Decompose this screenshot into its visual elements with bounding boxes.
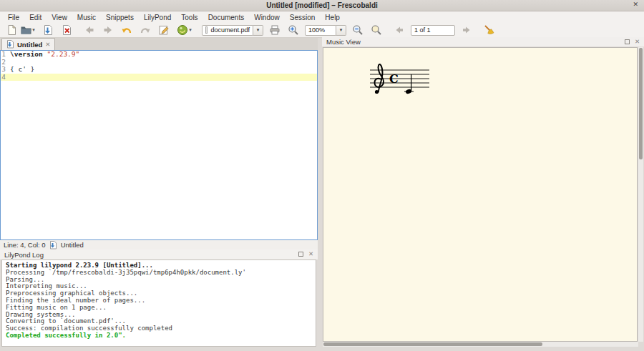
edit-in-place-button[interactable]	[157, 24, 171, 36]
page-number-input[interactable]: 1 of 1	[411, 25, 455, 36]
menu-snippets[interactable]: Snippets	[101, 13, 139, 22]
magnifier-button[interactable]	[369, 24, 384, 36]
editor-tab-bar: Untitled ✕	[0, 38, 318, 50]
window-title: Untitled [modified] – Frescobaldi	[266, 1, 378, 9]
menu-session[interactable]: Session	[285, 13, 321, 22]
status-bar: Line: 4, Col: 0 Untitled	[0, 240, 318, 249]
music-view-page[interactable]: C	[323, 47, 638, 342]
menu-view[interactable]: View	[47, 13, 72, 22]
editor-line: 3 { c' }	[1, 66, 317, 74]
cursor-position: Line: 4, Col: 0	[4, 241, 46, 249]
code-editor[interactable]: 1 \version "2.23.9" 2 3 { c' } 4	[0, 50, 318, 240]
menu-lilypond[interactable]: LilyPond	[139, 13, 176, 22]
time-signature: C	[389, 72, 399, 86]
menu-bar: File Edit View Music Snippets LilyPond T…	[0, 11, 644, 23]
tab-label: Untitled	[17, 41, 42, 49]
music-view-header: Music View ✕	[322, 37, 644, 47]
line-number: 3	[1, 66, 8, 74]
pdf-document-icon	[205, 26, 208, 34]
lilypond-log-title: LilyPond Log	[4, 251, 44, 259]
next-page-button[interactable]	[459, 24, 474, 36]
open-dropdown-icon[interactable]: ▾	[31, 27, 36, 33]
document-selector-combo[interactable]: document.pdf	[202, 25, 253, 36]
window-bottom-edge	[0, 347, 644, 351]
save-document-button[interactable]	[41, 24, 55, 36]
back-arrow-icon	[84, 24, 95, 36]
close-panel-icon[interactable]: ✕	[635, 39, 640, 44]
next-page-arrow-icon	[462, 25, 472, 35]
title-bar: Untitled [modified] – Frescobaldi ✕	[0, 0, 644, 11]
float-panel-icon[interactable]	[625, 39, 630, 44]
save-icon	[43, 24, 54, 36]
close-panel-icon[interactable]: ✕	[308, 251, 313, 257]
redo-button[interactable]	[138, 24, 152, 36]
close-document-button[interactable]	[59, 24, 74, 36]
modified-document-icon	[49, 241, 57, 249]
new-document-icon	[6, 24, 17, 36]
scrollbar-handle[interactable]	[639, 48, 643, 159]
engrave-dropdown-icon[interactable]: ▾	[187, 27, 193, 33]
close-document-icon	[62, 24, 72, 36]
lilypond-log-header: LilyPond Log ✕	[0, 249, 318, 259]
tab-untitled[interactable]: Untitled ✕	[1, 38, 55, 50]
lilypond-log-output: Starting lilypond 2.23.9 [Untitled]... P…	[1, 259, 316, 347]
float-panel-icon[interactable]	[298, 252, 303, 257]
magnifier-icon	[371, 24, 382, 36]
music-view-horizontal-scrollbar[interactable]	[323, 342, 638, 347]
zoom-out-icon	[352, 24, 364, 36]
chevron-down-icon: ▾	[257, 27, 260, 33]
forward-arrow-icon	[102, 24, 114, 36]
zoom-level-value: 100%	[308, 26, 325, 34]
undo-button[interactable]	[119, 24, 134, 36]
zoom-level-dropdown[interactable]: ▾	[336, 25, 346, 36]
menu-window[interactable]: Window	[249, 13, 285, 22]
back-button[interactable]	[82, 24, 97, 36]
lilypond-logo-icon	[177, 24, 188, 36]
menu-file[interactable]: File	[3, 13, 24, 22]
window-close-icon[interactable]: ✕	[633, 1, 638, 8]
scrollbar-handle[interactable]	[323, 342, 542, 346]
previous-page-arrow-icon	[394, 25, 404, 35]
clear-highlighting-button[interactable]	[482, 24, 497, 36]
chevron-down-icon: ▾	[340, 27, 343, 33]
menu-music[interactable]: Music	[72, 13, 101, 22]
redo-icon	[140, 24, 151, 36]
zoom-in-button[interactable]	[286, 24, 301, 36]
modified-document-icon	[6, 40, 14, 49]
status-document-name: Untitled	[61, 241, 84, 249]
menu-edit[interactable]: Edit	[24, 13, 47, 22]
menu-help[interactable]: Help	[320, 13, 345, 22]
undo-icon	[121, 24, 132, 36]
printer-icon	[269, 24, 280, 36]
editor-line: 2	[1, 59, 317, 66]
pane-splitter[interactable]	[318, 38, 322, 347]
treble-clef-icon	[375, 64, 384, 94]
log-line: Processing `/tmp/frescobaldi-3j35pqwi/tm…	[6, 270, 316, 277]
log-success-line: Completed successfully in 2.0".	[6, 332, 316, 340]
pencil-edit-icon	[158, 24, 170, 36]
page-number-value: 1 of 1	[414, 26, 431, 34]
forward-button[interactable]	[101, 24, 115, 36]
menu-documents[interactable]: Documents	[203, 13, 250, 22]
zoom-level-combo[interactable]: 100%	[305, 25, 336, 36]
broom-icon	[484, 24, 495, 36]
zoom-out-button[interactable]	[351, 24, 365, 36]
music-view-title: Music View	[326, 38, 361, 46]
code-text: { c' }	[8, 66, 34, 74]
print-button[interactable]	[268, 24, 282, 36]
previous-page-button[interactable]	[392, 24, 406, 36]
tab-close-icon[interactable]: ✕	[45, 41, 50, 48]
document-selector-dropdown[interactable]: ▾	[253, 25, 263, 36]
music-view-vertical-scrollbar[interactable]	[638, 47, 643, 342]
toolbar: ▾	[0, 23, 644, 38]
zoom-in-icon	[288, 24, 299, 36]
open-folder-icon	[20, 24, 32, 36]
editor-current-line: 4	[1, 74, 317, 81]
line-number: 1	[1, 51, 8, 59]
menu-tools[interactable]: Tools	[176, 13, 203, 22]
line-number: 4	[1, 74, 8, 81]
code-text	[8, 74, 10, 81]
new-document-button[interactable]	[4, 24, 19, 36]
document-selector-value: document.pdf	[210, 26, 250, 34]
score-staff: C	[369, 57, 434, 100]
